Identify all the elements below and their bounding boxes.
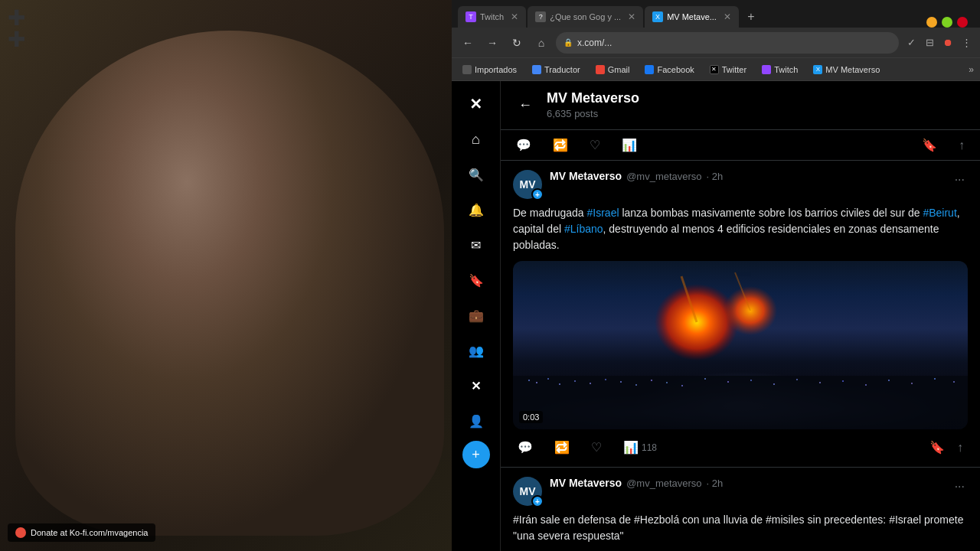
tweet-2-more-button[interactable]: ··· [952,477,968,497]
tab-gog[interactable]: ? ¿Que son Gog y ... ✕ [528,6,643,28]
tweet-1-share-btn[interactable]: ↑ [952,437,968,458]
x-sidebar: ✕ ⌂ 🔍 🔔 ✉ 🔖 💼 👥 ✕ 👤 + [452,81,501,551]
hashtag-libano[interactable]: #Líbano [564,223,603,235]
new-tab-button[interactable]: + [740,6,762,28]
tab-close-twitch[interactable]: ✕ [511,11,518,22]
bookmark-favicon-importados [462,65,472,74]
like-action-icon[interactable]: ♡ [586,135,603,155]
sidebar-icon-jobs[interactable]: 💼 [461,300,492,331]
window-close-btn[interactable] [957,17,968,28]
sidebar-icon-communities[interactable]: 👥 [461,335,492,366]
shield-check-icon[interactable]: ✓ [903,35,919,51]
sidebar-icon-search[interactable]: 🔍 [461,159,492,190]
tweet-1-retweet-btn[interactable]: 🔁 [550,437,574,458]
svg-rect-10 [651,380,652,381]
svg-rect-17 [796,379,798,380]
sidebar-icon-bookmarks[interactable]: 🔖 [461,265,492,295]
menu-icon[interactable]: ⋮ [959,35,974,51]
bookmark-importados[interactable]: Importados [458,64,521,76]
back-button[interactable]: ← [458,33,478,53]
tweet-2-author-name[interactable]: MV Metaverso [550,477,622,489]
svg-rect-0 [513,376,968,429]
sidebar-icon-x-premium[interactable]: ✕ [461,370,492,401]
bookmark-traductor[interactable]: Traductor [528,64,585,76]
tweet-1-follow-plus[interactable]: + [531,188,544,201]
sidebar-toggle-icon[interactable]: ⊟ [922,35,937,51]
hashtag-misiles[interactable]: #misiles [766,514,805,526]
tweet-1-reply-btn[interactable]: 💬 [513,437,537,458]
forward-button[interactable]: → [482,33,502,53]
sidebar-icon-compose[interactable]: + [462,441,490,468]
svg-rect-7 [605,379,606,380]
sidebar-icon-profile[interactable]: 👤 [461,406,492,436]
kofi-icon [15,527,26,538]
hashtag-israel-2[interactable]: #Israel [889,514,921,526]
tweet-1-stats-btn[interactable]: 📊 118 [619,437,662,458]
share-icon: ↑ [957,441,963,455]
hashtag-iran[interactable]: #Irán [513,514,537,526]
bookmarks-more-button[interactable]: » [969,64,974,75]
tweet-2-avatar[interactable]: MV + [513,477,542,506]
stats-action-icon[interactable]: 📊 [619,135,640,155]
svg-rect-6 [590,383,591,384]
window-maximize-btn[interactable] [942,17,952,28]
tweet-1-name-row: MV Metaverso @mv_metaverso · 2h [550,170,944,182]
bookmark-gmail[interactable]: Gmail [591,64,635,76]
svg-rect-13 [704,378,706,380]
sidebar-icon-home[interactable]: ⌂ [461,124,492,155]
tweet-2-meta: MV Metaverso @mv_metaverso · 2h [550,477,944,489]
tweet-2-header: MV + MV Metaverso @mv_metaverso · 2h ··· [513,477,968,506]
tweet-1-more-button[interactable]: ··· [952,170,968,190]
tweet-1-bookmark-btn[interactable]: 🔖 [925,437,949,458]
tweet-1-meta: MV Metaverso @mv_metaverso · 2h [550,170,944,182]
tweet-2-time: · 2h [707,478,724,489]
kofi-label: Donate at Ko-fi.com/mvagencia [31,528,148,537]
share-action-icon[interactable]: ↑ [956,135,968,155]
bookmark-favicon-gmail [596,65,605,74]
sidebar-icon-notifications[interactable]: 🔔 [461,194,492,225]
bookmark-mv-metaverso[interactable]: X MV Metaverso [808,64,884,76]
tab-twitch[interactable]: T Twitch ✕ [458,6,526,28]
tab-favicon-mv: X [652,11,663,22]
feed-title: MV Metaverso [547,90,639,106]
address-bar: ← → ↻ ⌂ 🔒 x.com/... ✓ ⊟ ⏺ ⋮ [452,28,980,58]
tweet-1-image[interactable]: 0:03 [513,261,968,429]
hashtag-beirut[interactable]: #Beirut [923,207,956,219]
window-minimize-btn[interactable] [926,17,937,28]
tweet-1-actions: 💬 🔁 ♡ 📊 118 🔖 [513,437,968,458]
tweet-1-stats-count: 118 [642,442,657,453]
kofi-banner: Donate at Ko-fi.com/mvagencia [8,523,155,542]
reload-button[interactable]: ↻ [507,33,527,53]
bookmark-twitter[interactable]: ✕ Twitter [705,64,751,76]
bookmark-label-traductor: Traductor [544,65,580,74]
url-bar[interactable]: 🔒 x.com/... [556,32,899,54]
hashtag-hezbola[interactable]: #Hezbolá [634,514,679,526]
svg-rect-20 [865,384,867,386]
retweet-action-icon[interactable]: 🔁 [550,135,571,155]
feed-posts-count: 6,635 posts [547,108,598,119]
hashtag-israel-1[interactable]: #Israel [587,207,619,219]
home-button[interactable]: ⌂ [531,33,551,53]
sidebar-icon-messages[interactable]: ✉ [461,230,492,260]
city-lights-svg [513,261,968,429]
tab-close-gog[interactable]: ✕ [628,11,635,22]
svg-rect-5 [574,380,576,382]
bookmark-facebook[interactable]: Facebook [640,64,698,76]
svg-rect-4 [559,383,560,385]
bookmark-label-twitter: Twitter [722,65,746,74]
tweet-1-like-btn[interactable]: ♡ [586,437,606,458]
tab-mv-metaverso[interactable]: X MV Metave... ✕ [645,6,739,28]
tweet-2-follow-plus[interactable]: + [531,495,544,507]
feed-back-button[interactable]: ← [513,93,537,118]
tab-favicon-twitch: T [466,11,476,22]
tweet-1-avatar[interactable]: MV + [513,170,542,199]
feed-area: ← MV Metaverso 6,635 posts 💬 🔁 ♡ 📊 🔖 ↑ [501,81,980,551]
bookmark-action-icon[interactable]: 🔖 [919,135,940,155]
record-icon[interactable]: ⏺ [940,35,956,51]
svg-rect-22 [911,383,913,384]
sidebar-icon-x-logo[interactable]: ✕ [461,89,492,119]
tweet-1-author-name[interactable]: MV Metaverso [550,170,622,182]
tab-close-mv[interactable]: ✕ [724,11,731,22]
reply-action-icon[interactable]: 💬 [513,135,534,155]
bookmark-twitch[interactable]: Twitch [757,64,802,76]
